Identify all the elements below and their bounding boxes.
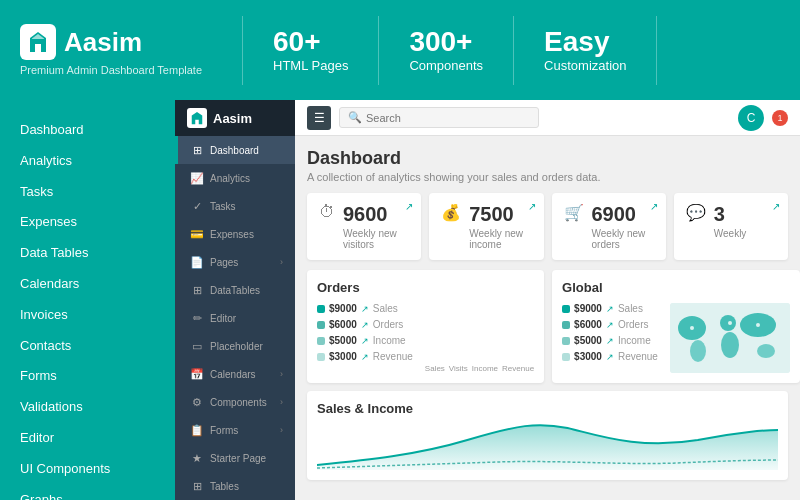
legend-value: $5000 bbox=[574, 335, 602, 346]
left-nav-item[interactable]: Data Tables bbox=[0, 238, 175, 269]
inner-brand: Aasim bbox=[213, 111, 252, 126]
left-nav-item[interactable]: Editor bbox=[0, 423, 175, 454]
page-title: Dashboard bbox=[307, 148, 788, 169]
left-nav-item[interactable]: Analytics bbox=[0, 146, 175, 177]
inner-nav-label: Tables bbox=[210, 481, 239, 492]
notification-badge[interactable]: 1 bbox=[772, 110, 788, 126]
inner-nav-label: DataTables bbox=[210, 285, 260, 296]
sales-panel: Sales & Income bbox=[307, 391, 788, 480]
inner-nav-icon: ★ bbox=[190, 451, 204, 465]
stat-card-header: 💰 7500 Weekly new income bbox=[441, 203, 531, 250]
inner-nav-icon: ⚙ bbox=[190, 395, 204, 409]
inner-nav-icon: 📈 bbox=[190, 171, 204, 185]
left-nav-item[interactable]: Dashboard bbox=[0, 115, 175, 146]
chevron-right-icon: › bbox=[280, 397, 283, 407]
top-header: Aasim Premium Admin Dashboard Template 6… bbox=[0, 0, 800, 100]
left-nav-item[interactable]: Contacts bbox=[0, 331, 175, 362]
inner-nav-label: Analytics bbox=[210, 173, 250, 184]
inner-nav-item[interactable]: 📋Forms› bbox=[175, 416, 295, 444]
logo-text: Aasim bbox=[64, 27, 142, 58]
search-bar: 🔍 bbox=[339, 107, 539, 128]
inner-nav-icon: 📄 bbox=[190, 255, 204, 269]
global-stats: $9000↗Sales$6000↗Orders$5000↗Income$3000… bbox=[562, 303, 790, 373]
inner-nav-icon: ✏ bbox=[190, 311, 204, 325]
legend-label: Income bbox=[373, 335, 406, 346]
inner-nav-item[interactable]: 📈Analytics bbox=[175, 164, 295, 192]
user-avatar[interactable]: C bbox=[738, 105, 764, 131]
bar-column: Visits bbox=[449, 362, 468, 373]
search-input[interactable] bbox=[366, 112, 530, 124]
legend-label: Orders bbox=[373, 319, 404, 330]
stat-value: 3 bbox=[714, 203, 747, 226]
left-nav-item[interactable]: UI Components bbox=[0, 454, 175, 485]
stat-value: 6900 bbox=[592, 203, 654, 226]
left-nav-item[interactable]: Validations bbox=[0, 392, 175, 423]
bar-chart: SalesVisitsIncomeRevenue bbox=[425, 303, 534, 373]
main-layout: DashboardAnalyticsTasksExpensesData Tabl… bbox=[0, 100, 800, 500]
legend-label: Revenue bbox=[618, 351, 658, 362]
inner-nav-item[interactable]: 💳Expenses bbox=[175, 220, 295, 248]
bar-label: Income bbox=[472, 364, 498, 373]
trend-arrow: ↗ bbox=[361, 352, 369, 362]
topbar-right: C 1 bbox=[738, 105, 788, 131]
inner-nav-label: Expenses bbox=[210, 229, 254, 240]
left-nav-item[interactable]: Graphs bbox=[0, 485, 175, 500]
legend-item: $6000↗Orders bbox=[317, 319, 413, 330]
menu-toggle-button[interactable]: ☰ bbox=[307, 106, 331, 130]
left-nav-item[interactable]: Tasks bbox=[0, 177, 175, 208]
bar-column: Sales bbox=[425, 362, 445, 373]
inner-nav-item[interactable]: ▭Placeholder bbox=[175, 332, 295, 360]
inner-nav-item[interactable]: ⊞DataTables bbox=[175, 276, 295, 304]
global-legend-item: $3000↗Revenue bbox=[562, 351, 658, 362]
inner-sidebar-header: Aasim bbox=[175, 100, 295, 136]
trend-arrow: ↗ bbox=[361, 336, 369, 346]
feature-num: 300+ bbox=[409, 28, 483, 56]
orders-title: Orders bbox=[317, 280, 534, 295]
stat-trend-icon: ↗ bbox=[772, 201, 780, 212]
inner-nav-item[interactable]: ⊞Tables bbox=[175, 472, 295, 500]
legend-value: $6000 bbox=[329, 319, 357, 330]
stat-label: Weekly new orders bbox=[592, 228, 654, 250]
inner-nav-label: Components bbox=[210, 397, 267, 408]
inner-nav-item[interactable]: ✏Editor bbox=[175, 304, 295, 332]
legend-label: Revenue bbox=[373, 351, 413, 362]
left-nav-item[interactable]: Invoices bbox=[0, 300, 175, 331]
legend-label: Orders bbox=[618, 319, 649, 330]
left-nav-item[interactable]: Forms bbox=[0, 361, 175, 392]
stat-label: Weekly bbox=[714, 228, 747, 239]
left-nav-item[interactable]: Expenses bbox=[0, 207, 175, 238]
stat-card: ⏱ 9600 Weekly new visitors ↗ bbox=[307, 193, 421, 260]
inner-nav-item[interactable]: ✓Tasks bbox=[175, 192, 295, 220]
svg-point-7 bbox=[690, 326, 694, 330]
stat-card: 💰 7500 Weekly new income ↗ bbox=[429, 193, 543, 260]
feature-block: 60+HTML Pages bbox=[242, 16, 378, 85]
feature-label: Customization bbox=[544, 58, 626, 73]
left-nav-item[interactable]: Calendars bbox=[0, 269, 175, 300]
stat-cards: ⏱ 9600 Weekly new visitors ↗ 💰 7500 Week… bbox=[307, 193, 788, 260]
inner-nav-icon: 💳 bbox=[190, 227, 204, 241]
sales-title: Sales & Income bbox=[317, 401, 778, 416]
legend-color bbox=[317, 353, 325, 361]
inner-logo-small bbox=[187, 108, 207, 128]
inner-nav-label: Forms bbox=[210, 425, 238, 436]
inner-nav-item[interactable]: ⊞Dashboard bbox=[175, 136, 295, 164]
stat-value: 7500 bbox=[469, 203, 531, 226]
inner-nav-icon: ⊞ bbox=[190, 143, 204, 157]
legend-color bbox=[317, 305, 325, 313]
inner-nav-item[interactable]: 📅Calendars› bbox=[175, 360, 295, 388]
stat-icon: 💬 bbox=[686, 203, 706, 222]
inner-nav-item[interactable]: ⚙Components› bbox=[175, 388, 295, 416]
legend-color bbox=[562, 305, 570, 313]
legend-label: Sales bbox=[618, 303, 643, 314]
bar-label: Sales bbox=[425, 364, 445, 373]
legend-value: $3000 bbox=[574, 351, 602, 362]
trend-arrow: ↗ bbox=[606, 304, 614, 314]
search-icon: 🔍 bbox=[348, 111, 362, 124]
global-legend-item: $5000↗Income bbox=[562, 335, 658, 346]
bar-column: Income bbox=[472, 362, 498, 373]
inner-nav-item[interactable]: 📄Pages› bbox=[175, 248, 295, 276]
inner-nav-label: Starter Page bbox=[210, 453, 266, 464]
logo-icon bbox=[20, 24, 56, 60]
trend-arrow: ↗ bbox=[606, 336, 614, 346]
inner-nav-item[interactable]: ★Starter Page bbox=[175, 444, 295, 472]
